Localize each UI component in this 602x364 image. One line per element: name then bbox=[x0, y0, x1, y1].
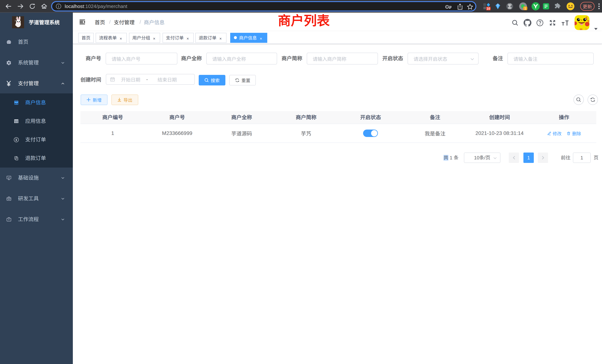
svg-text:10: 10 bbox=[487, 7, 490, 10]
svg-text:1: 1 bbox=[525, 7, 526, 10]
